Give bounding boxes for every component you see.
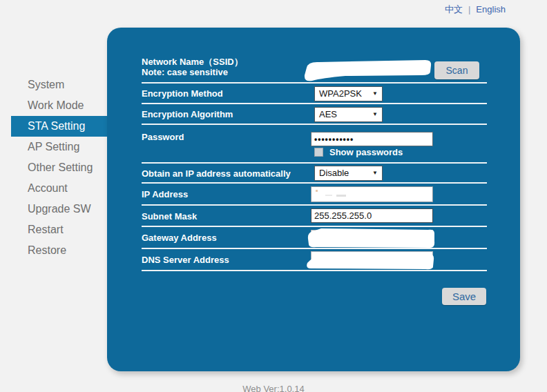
sta-setting-form: Network Name（SSID） Note: case sensitive … (142, 54, 487, 271)
obtain-ip-label: Obtain an IP address automatically (142, 168, 291, 178)
save-button[interactable]: Save (442, 288, 486, 305)
show-passwords-label: Show passwords (329, 147, 403, 157)
row-gateway-address: Gateway Address (142, 227, 487, 249)
encryption-method-value: WPA2PSK (319, 88, 362, 99)
sidebar-nav: System Work Mode STA Setting AP Setting … (0, 75, 107, 261)
encryption-algorithm-select[interactable]: AES ▼ (314, 107, 383, 122)
row-subnet-mask: Subnet Mask (142, 206, 487, 227)
ip-redaction-trace (325, 195, 332, 196)
subnet-mask-label: Subnet Mask (142, 210, 197, 221)
sidebar-item-work-mode[interactable]: Work Mode (0, 95, 107, 116)
sta-setting-panel: Network Name（SSID） Note: case sensitive … (107, 28, 520, 371)
subnet-mask-input[interactable] (311, 208, 433, 223)
show-passwords-checkbox[interactable] (314, 148, 323, 157)
sidebar-item-other-setting[interactable]: Other Setting (0, 157, 107, 178)
dns-address-input[interactable] (311, 251, 433, 268)
language-link-chinese[interactable]: 中文 (445, 4, 463, 14)
sidebar-item-restart[interactable]: Restart (0, 219, 107, 240)
scan-button[interactable]: Scan (434, 61, 479, 79)
gateway-address-input[interactable] (311, 230, 433, 246)
sidebar-item-system[interactable]: System (0, 75, 107, 95)
ssid-redaction-scribble (303, 58, 435, 83)
page: { "language_bar": { "chinese_label": "中文… (0, 0, 547, 392)
row-dns-address: DNS Server Address (142, 249, 487, 271)
sidebar-item-upgrade-sw[interactable]: Upgrade SW (0, 199, 107, 219)
encryption-algorithm-label: Encryption Algorithm (142, 109, 233, 119)
ip-redaction-trace (336, 195, 346, 197)
language-link-english[interactable]: English (476, 4, 506, 14)
row-network-name: Network Name（SSID） Note: case sensitive … (142, 54, 487, 84)
row-ip-address: IP Address (142, 184, 487, 206)
sidebar-item-ap-setting[interactable]: AP Setting (0, 137, 107, 157)
obtain-ip-value: Disable (319, 168, 349, 178)
network-name-label: Network Name（SSID） (142, 57, 243, 67)
language-bar: 中文|English (445, 3, 506, 16)
obtain-ip-select[interactable]: Disable ▼ (314, 166, 383, 181)
dropdown-arrow-icon: ▼ (372, 91, 378, 97)
web-version-text: Web Ver:1.0.14 (0, 384, 547, 392)
encryption-method-label: Encryption Method (142, 88, 223, 99)
ip-redaction-trace (316, 190, 318, 192)
sidebar-item-account[interactable]: Account (0, 178, 107, 199)
dns-address-label: DNS Server Address (142, 255, 229, 265)
password-label: Password (142, 132, 184, 142)
row-obtain-ip: Obtain an IP address automatically Disab… (142, 164, 487, 184)
ip-address-label: IP Address (142, 189, 188, 199)
password-input[interactable] (311, 132, 433, 146)
language-separator: | (468, 4, 470, 14)
network-name-note: Note: case sensitive (142, 67, 228, 77)
encryption-algorithm-value: AES (319, 109, 337, 119)
dropdown-arrow-icon: ▼ (372, 170, 378, 176)
sidebar-item-restore[interactable]: Restore (0, 240, 107, 261)
row-encryption-algorithm: Encryption Algorithm AES ▼ (142, 104, 487, 125)
gateway-address-label: Gateway Address (142, 233, 217, 243)
encryption-method-select[interactable]: WPA2PSK ▼ (314, 86, 383, 101)
row-password: Password Show passwords (142, 125, 487, 164)
dropdown-arrow-icon: ▼ (372, 112, 378, 117)
sidebar-item-sta-setting[interactable]: STA Setting (11, 116, 107, 137)
row-encryption-method: Encryption Method WPA2PSK ▼ (142, 84, 487, 104)
